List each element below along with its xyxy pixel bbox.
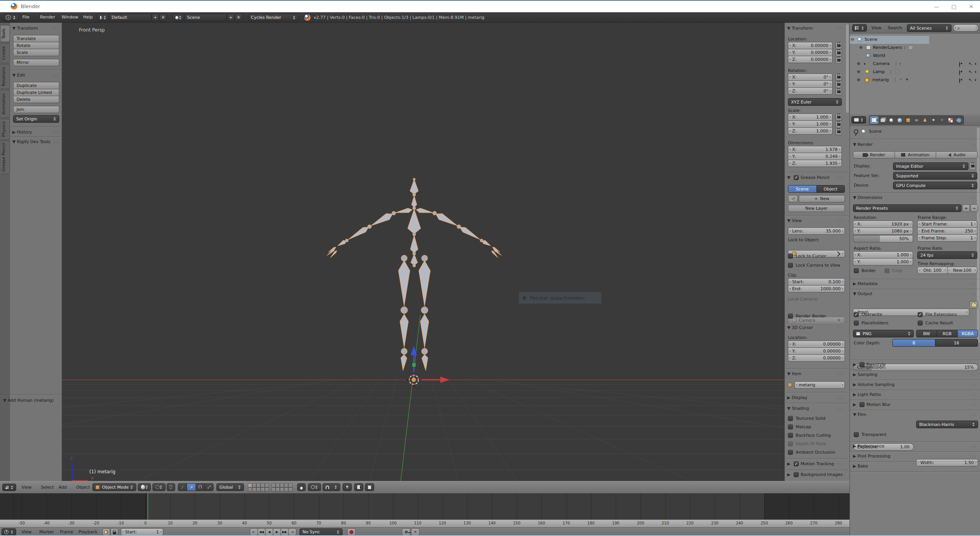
prev-keyframe-button[interactable]: ◀◀ bbox=[258, 528, 266, 536]
panel-header-operator-redo[interactable]: ▼Add Human (metarig) bbox=[3, 398, 61, 403]
backface-culling-option[interactable]: Backface Culling bbox=[788, 433, 831, 438]
selectability-cursor-icon[interactable]: ↖ bbox=[968, 69, 972, 75]
render-engine-select[interactable]: Cycles Render bbox=[248, 14, 298, 21]
panel-header-light-paths[interactable]: ▶Light Paths :::: bbox=[853, 392, 978, 397]
expand-toggle[interactable]: ⊕ bbox=[857, 69, 860, 74]
render-border-checkbox[interactable] bbox=[788, 314, 793, 319]
panel-grip-icon[interactable]: :::: bbox=[52, 27, 59, 30]
editor-type-button[interactable] bbox=[852, 24, 867, 32]
scene-name-field[interactable]: Scene bbox=[184, 14, 227, 21]
lock-camera-option[interactable]: Lock Camera to View bbox=[788, 263, 840, 268]
depth-8-toggle[interactable]: 8 bbox=[892, 339, 935, 347]
render-opengl-anim-button[interactable] bbox=[365, 483, 374, 491]
armature-joint[interactable] bbox=[413, 207, 416, 210]
armature-joint[interactable] bbox=[401, 255, 407, 261]
lock-rotation-x-button[interactable] bbox=[836, 73, 842, 81]
panel-header-volume-sampling[interactable]: ▶Volume Sampling :::: bbox=[853, 382, 978, 387]
layer-toggle[interactable] bbox=[284, 483, 288, 488]
panel-header-freestyle[interactable]: ▶ Freestyle :::: bbox=[853, 362, 978, 367]
layer-toggle[interactable] bbox=[276, 488, 280, 492]
scale-y-field[interactable]: Y:1.000 bbox=[788, 120, 833, 128]
panel-grip-icon[interactable]: :::: bbox=[970, 292, 976, 296]
armature-bone[interactable] bbox=[408, 209, 421, 234]
layer-toggle[interactable] bbox=[288, 483, 293, 488]
pivot-align-toggle[interactable] bbox=[167, 483, 175, 491]
shelf-tab-tools[interactable]: Tools bbox=[1, 25, 10, 42]
panel-header-output[interactable]: ▼Output :::: bbox=[853, 291, 978, 296]
minimize-button[interactable]: — bbox=[930, 2, 943, 11]
scale-button[interactable]: Scale bbox=[13, 49, 59, 56]
jump-to-end-button[interactable]: ⇥ bbox=[288, 528, 296, 536]
outliner-item-label[interactable]: World bbox=[873, 53, 885, 58]
selectability-cursor-icon[interactable]: ↖ bbox=[968, 77, 972, 83]
tab-data[interactable]: ♟ bbox=[921, 116, 929, 124]
outliner-scope-select[interactable]: All Scenes bbox=[907, 24, 952, 32]
outliner-item-label[interactable]: RenderLayers bbox=[873, 45, 902, 50]
resolution-y-field[interactable]: Y:1080 px bbox=[853, 227, 913, 235]
panel-grip-icon[interactable]: :::: bbox=[54, 140, 60, 144]
lock-camera-checkbox[interactable] bbox=[788, 263, 793, 268]
armature-bone[interactable] bbox=[401, 354, 407, 371]
vp-menu-object[interactable]: Object bbox=[76, 485, 90, 490]
end-frame-field[interactable]: End Frame:250 bbox=[917, 227, 977, 235]
join-button[interactable]: Join bbox=[13, 106, 59, 113]
preset-remove-button[interactable]: − bbox=[970, 204, 978, 212]
tab-texture[interactable] bbox=[946, 116, 955, 124]
tab-object[interactable] bbox=[904, 116, 912, 124]
tab-world[interactable] bbox=[895, 116, 904, 124]
render-display-select[interactable]: Image Editor bbox=[893, 162, 968, 170]
armature-bone[interactable] bbox=[411, 195, 417, 207]
armature-joint[interactable] bbox=[413, 252, 416, 255]
panel-header-film[interactable]: ▼Film :::: bbox=[853, 412, 978, 417]
layout-name-field[interactable]: Default bbox=[109, 14, 151, 21]
panel-header-display[interactable]: ▶Display :::: bbox=[787, 395, 845, 400]
aspect-y-field[interactable]: Y:1.000 bbox=[853, 258, 913, 265]
gp-new-button[interactable]: + New bbox=[799, 195, 845, 202]
panel-grip-icon[interactable]: :::: bbox=[970, 143, 976, 147]
jump-to-start-button[interactable]: ⇤ bbox=[250, 528, 258, 536]
visibility-eye-icon[interactable] bbox=[959, 62, 960, 67]
panel-header-3d-cursor[interactable]: ▼3D Cursor :::: bbox=[787, 325, 845, 330]
panel-grip-icon[interactable]: :::: bbox=[837, 407, 843, 411]
lock-range-toggle[interactable] bbox=[110, 528, 118, 536]
panel-grip-icon[interactable]: :::: bbox=[837, 176, 843, 180]
scale-manipulator-toggle[interactable]: ⤢ bbox=[204, 483, 214, 491]
outliner-row-scene[interactable]: ⊖ Scene bbox=[850, 36, 980, 44]
bw-toggle[interactable]: BW bbox=[916, 330, 937, 337]
pivot-point-select[interactable] bbox=[152, 483, 166, 491]
layout-delete-button[interactable]: ✕ bbox=[159, 14, 167, 21]
gp-scene-toggle[interactable]: Scene bbox=[788, 185, 817, 193]
panel-header-history[interactable]: ▶History :::: bbox=[12, 130, 60, 135]
scene-lock-toggle[interactable] bbox=[297, 483, 306, 491]
editor-type-button[interactable] bbox=[851, 116, 866, 124]
remap-old-field[interactable]: Old: 100 bbox=[917, 267, 948, 274]
menu-window[interactable]: Window bbox=[62, 15, 78, 20]
dimensions-x-field[interactable]: X:1.578 bbox=[788, 146, 842, 153]
outliner-item-label[interactable]: metarig bbox=[872, 77, 889, 82]
border-option[interactable]: Border bbox=[854, 268, 876, 273]
panel-header-background-images[interactable]: ▶ Background Images bbox=[787, 472, 845, 477]
overwrite-checkbox[interactable] bbox=[854, 312, 859, 317]
layer-toggle[interactable] bbox=[271, 488, 276, 492]
maximize-button[interactable]: □ bbox=[947, 2, 960, 11]
play-button[interactable]: ▶ bbox=[273, 528, 281, 536]
armature-joint[interactable] bbox=[457, 225, 461, 229]
editor-type-button[interactable] bbox=[2, 528, 16, 536]
panel-grip-icon[interactable]: :::: bbox=[837, 462, 843, 466]
translate-button[interactable]: Translate bbox=[13, 35, 59, 42]
panel-header-transform[interactable]: ▼Transform :::: bbox=[12, 26, 60, 31]
textured-solid-option[interactable]: Textured Solid bbox=[788, 416, 826, 421]
panel-grip-icon[interactable]: :::: bbox=[970, 464, 976, 468]
delete-keyframe-button[interactable]: ✕ bbox=[411, 528, 420, 536]
panel-header-grease-pencil[interactable]: ▼ Grease Pencil :::: bbox=[787, 175, 845, 180]
start-frame-field[interactable]: Start Frame:1 bbox=[917, 220, 977, 228]
expand-toggle[interactable]: ⊕ bbox=[857, 61, 860, 66]
shelf-tab-grease-pencil[interactable]: Grease Pencil bbox=[1, 141, 10, 174]
panel-header-shading[interactable]: ▼Shading :::: bbox=[787, 406, 845, 411]
gp-object-toggle[interactable]: Object bbox=[816, 185, 845, 193]
preset-add-button[interactable]: + bbox=[962, 204, 970, 212]
outliner-row-camera[interactable]: ⊕ Camera | ↖ bbox=[850, 60, 980, 68]
set-origin-select[interactable]: Set Origin bbox=[13, 115, 59, 123]
lock-rotation-y-button[interactable] bbox=[836, 81, 842, 88]
armature-joint[interactable] bbox=[421, 348, 428, 354]
